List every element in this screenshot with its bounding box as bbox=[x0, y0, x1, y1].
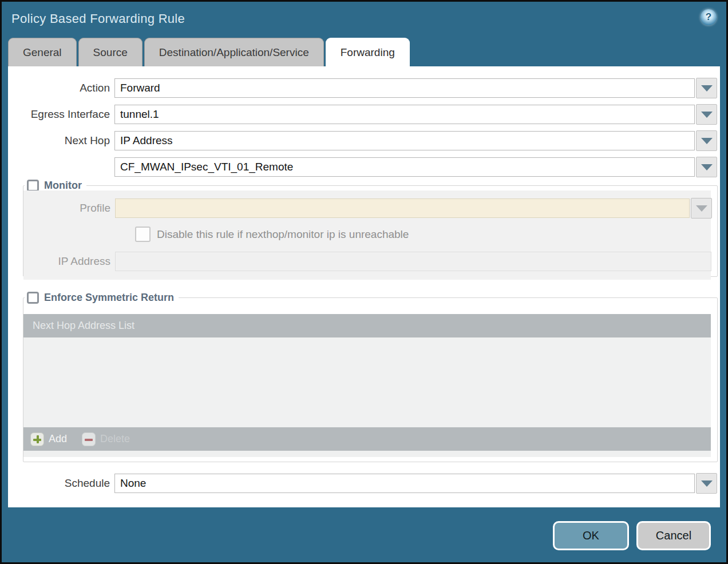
chevron-down-icon bbox=[701, 138, 713, 144]
ok-button[interactable]: OK bbox=[553, 521, 629, 550]
disable-rule-checkbox[interactable] bbox=[135, 227, 151, 242]
symmetric-return-section: Enforce Symmetric Return Next Hop Addres… bbox=[23, 292, 718, 462]
next-hop-address-list-header: Next Hop Address List bbox=[23, 314, 711, 337]
delete-button-label: Delete bbox=[100, 433, 130, 445]
next-hop-address-table: Next Hop Address List Add Delete bbox=[23, 314, 711, 457]
egress-interface-value: tunnel.1 bbox=[120, 108, 159, 120]
schedule-label: Schedule bbox=[8, 474, 110, 493]
action-value: Forward bbox=[120, 82, 160, 94]
chevron-down-icon bbox=[701, 480, 713, 487]
monitor-ip-address-field[interactable] bbox=[115, 252, 711, 271]
egress-interface-dropdown-button[interactable] bbox=[696, 104, 717, 125]
egress-interface-field[interactable]: tunnel.1 bbox=[114, 105, 695, 124]
action-field[interactable]: Forward bbox=[114, 78, 695, 98]
help-icon[interactable]: ? bbox=[701, 9, 717, 25]
cancel-button[interactable]: Cancel bbox=[636, 521, 711, 550]
next-hop-address-list-toolbar: Add Delete bbox=[23, 427, 711, 451]
profile-dropdown-button[interactable] bbox=[691, 198, 712, 219]
monitor-checkbox[interactable] bbox=[27, 180, 39, 192]
plus-icon bbox=[30, 432, 44, 446]
next-hop-address-dropdown-button[interactable] bbox=[696, 157, 717, 177]
schedule-dropdown-button[interactable] bbox=[696, 473, 717, 494]
chevron-down-icon bbox=[701, 164, 713, 170]
next-hop-address-list-body[interactable] bbox=[23, 337, 711, 427]
next-hop-dropdown-button[interactable] bbox=[696, 130, 717, 151]
tab-forwarding[interactable]: Forwarding bbox=[326, 38, 410, 66]
forwarding-tab-panel: Action Forward Egress Interface tunnel.1… bbox=[8, 66, 720, 507]
next-hop-address-field[interactable]: CF_MWAN_IPsec_VTI_01_Remote bbox=[114, 157, 695, 177]
next-hop-type-value: IP Address bbox=[120, 134, 173, 146]
action-label: Action bbox=[8, 78, 110, 98]
chevron-down-icon bbox=[701, 85, 713, 92]
tab-general[interactable]: General bbox=[8, 38, 77, 66]
tab-destination-application-service[interactable]: Destination/Application/Service bbox=[144, 38, 324, 66]
egress-interface-label: Egress Interface bbox=[8, 105, 110, 124]
chevron-down-icon bbox=[696, 205, 707, 212]
schedule-value: None bbox=[120, 477, 146, 489]
profile-field[interactable] bbox=[115, 198, 690, 218]
schedule-field[interactable]: None bbox=[114, 474, 695, 493]
policy-forwarding-dialog: Policy Based Forwarding Rule ? General S… bbox=[0, 0, 728, 564]
add-button[interactable]: Add bbox=[30, 432, 67, 446]
table-bottom-strip bbox=[23, 451, 711, 457]
help-glyph: ? bbox=[706, 11, 711, 23]
dialog-title: Policy Based Forwarding Rule bbox=[11, 11, 185, 26]
next-hop-type-field[interactable]: IP Address bbox=[114, 131, 695, 150]
action-dropdown-button[interactable] bbox=[696, 78, 717, 98]
tab-source[interactable]: Source bbox=[78, 38, 143, 66]
enforce-symmetric-return-checkbox[interactable] bbox=[27, 292, 39, 304]
monitor-ip-address-label: IP Address bbox=[23, 252, 110, 271]
monitor-section: Monitor Profile Disable this rule if nex… bbox=[23, 180, 718, 277]
next-hop-label: Next Hop bbox=[8, 131, 110, 150]
next-hop-address-value: CF_MWAN_IPsec_VTI_01_Remote bbox=[120, 161, 293, 173]
profile-label: Profile bbox=[23, 198, 110, 218]
disable-rule-label: Disable this rule if nexthop/monitor ip … bbox=[157, 227, 409, 242]
chevron-down-icon bbox=[701, 112, 713, 118]
tab-bar: General Source Destination/Application/S… bbox=[8, 38, 410, 66]
add-button-label: Add bbox=[49, 433, 67, 445]
enforce-symmetric-return-legend-label: Enforce Symmetric Return bbox=[44, 292, 174, 304]
monitor-legend-label: Monitor bbox=[44, 180, 82, 192]
minus-icon bbox=[82, 432, 96, 446]
delete-button[interactable]: Delete bbox=[82, 432, 130, 446]
